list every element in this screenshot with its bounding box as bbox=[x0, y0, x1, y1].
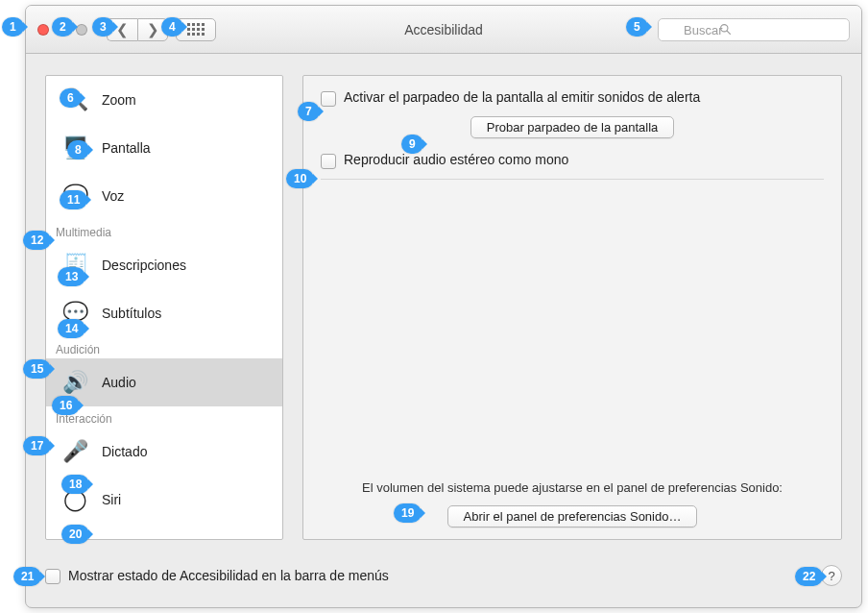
preferences-window: ❮ ❯ Accesibilidad 🔍 Zoom bbox=[25, 5, 862, 608]
sidebar-item-audio[interactable]: 🔊 Audio bbox=[46, 358, 282, 406]
grid-icon bbox=[187, 23, 205, 36]
callout-18: 18 bbox=[61, 475, 89, 494]
open-sound-button-label: Abrir el panel de preferencias Sonido… bbox=[464, 509, 682, 524]
sidebar-item-label: Siri bbox=[102, 492, 121, 507]
sidebar-item-label: Pantalla bbox=[102, 140, 151, 156]
callout-13: 13 bbox=[58, 267, 85, 286]
search-field-wrap bbox=[658, 18, 850, 41]
mono-audio-checkbox[interactable] bbox=[321, 154, 336, 169]
flash-screen-row: Activar el parpadeo de la pantalla al em… bbox=[321, 89, 824, 107]
callout-2: 2 bbox=[52, 17, 74, 37]
callout-15: 15 bbox=[23, 359, 51, 379]
sidebar-item-label: Dictado bbox=[102, 444, 147, 459]
sidebar-item-label: Voz bbox=[102, 188, 124, 204]
status-checkbox-row: Mostrar estado de Accesibilidad en la ba… bbox=[45, 567, 389, 584]
callout-22: 22 bbox=[795, 567, 823, 586]
open-sound-row: Abrir el panel de preferencias Sonido… bbox=[303, 505, 841, 527]
callout-14: 14 bbox=[58, 319, 85, 338]
callout-5: 5 bbox=[626, 17, 648, 37]
volume-note-text: El volumen del sistema puede ajustarse e… bbox=[321, 480, 824, 495]
mono-audio-label: Reproducir audio estéreo como mono bbox=[344, 152, 568, 167]
callout-6: 6 bbox=[60, 88, 82, 108]
callout-1: 1 bbox=[2, 17, 24, 37]
callout-21: 21 bbox=[13, 567, 41, 586]
footer: Mostrar estado de Accesibilidad en la ba… bbox=[45, 565, 842, 586]
chevron-right-icon: ❯ bbox=[147, 22, 159, 37]
close-window-button[interactable] bbox=[37, 24, 49, 36]
chevron-left-icon: ❮ bbox=[116, 22, 129, 37]
callout-9: 9 bbox=[401, 135, 423, 154]
flash-screen-label: Activar el parpadeo de la pantalla al em… bbox=[344, 89, 700, 105]
flash-screen-checkbox[interactable] bbox=[321, 91, 336, 107]
test-flash-button-label: Probar parpadeo de la pantalla bbox=[487, 120, 659, 135]
callout-19: 19 bbox=[394, 503, 422, 523]
callout-11: 11 bbox=[60, 190, 87, 209]
section-divider bbox=[321, 179, 824, 180]
callout-20: 20 bbox=[61, 525, 89, 544]
callout-3: 3 bbox=[92, 17, 114, 37]
dictation-icon: 🎤 bbox=[58, 437, 92, 466]
callout-10: 10 bbox=[286, 169, 314, 188]
content-area: 🔍 Zoom 🖥️ Pantalla 💬 Voz Multimedia 🧾 De… bbox=[45, 75, 842, 540]
sidebar-item-dictado[interactable]: 🎤 Dictado bbox=[46, 428, 282, 476]
callout-4: 4 bbox=[161, 17, 183, 37]
sidebar-item-label: Zoom bbox=[102, 92, 136, 108]
callout-17: 17 bbox=[23, 436, 51, 455]
test-flash-button[interactable]: Probar parpadeo de la pantalla bbox=[470, 116, 675, 138]
callout-12: 12 bbox=[23, 231, 51, 250]
callout-8: 8 bbox=[67, 140, 89, 159]
sidebar-item-label: Subtítulos bbox=[102, 306, 161, 321]
sidebar-item-label: Audio bbox=[102, 375, 136, 390]
open-sound-prefs-button[interactable]: Abrir el panel de preferencias Sonido… bbox=[447, 505, 698, 527]
search-input[interactable] bbox=[658, 18, 850, 41]
show-status-menubar-checkbox[interactable] bbox=[45, 569, 60, 584]
mono-audio-row: Reproducir audio estéreo como mono bbox=[321, 152, 824, 169]
sidebar-group-multimedia: Multimedia bbox=[46, 220, 282, 241]
test-flash-row: Probar parpadeo de la pantalla bbox=[321, 116, 824, 138]
audio-icon: 🔊 bbox=[58, 368, 92, 397]
show-status-menubar-label: Mostrar estado de Accesibilidad en la ba… bbox=[68, 568, 389, 583]
callout-16: 16 bbox=[52, 396, 80, 415]
help-icon: ? bbox=[828, 569, 834, 583]
callout-7: 7 bbox=[298, 102, 320, 121]
sidebar-item-label: Descripciones bbox=[102, 257, 186, 273]
settings-panel: Activar el parpadeo de la pantalla al em… bbox=[302, 75, 842, 540]
zoom-window-button[interactable] bbox=[76, 24, 87, 36]
toolbar: ❮ ❯ Accesibilidad bbox=[26, 6, 861, 54]
sidebar-group-audicion: Audición bbox=[46, 337, 282, 358]
